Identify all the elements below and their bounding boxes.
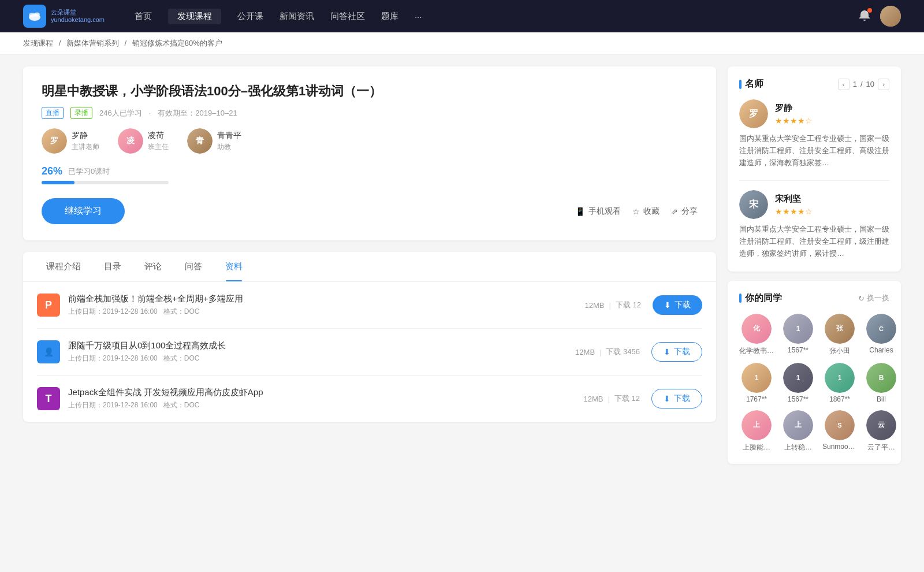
classmate-avatar-6: 1 — [825, 363, 855, 393]
progress-bar-bg — [42, 181, 169, 184]
classmate-name-10: Sunmoon… — [822, 443, 857, 451]
refresh-button[interactable]: ↻ 换一换 — [858, 293, 889, 303]
refresh-icon: ↻ — [858, 294, 865, 303]
classmate-avatar-8: 上 — [742, 410, 772, 440]
classmate-name-1: 1567** — [781, 346, 815, 354]
nav-item-quiz[interactable]: 题库 — [381, 9, 398, 24]
teacher-avatar-0: 罗 — [42, 128, 67, 154]
prev-page-button[interactable]: ‹ — [838, 79, 850, 90]
progress-bar-fill — [42, 181, 74, 184]
star-icon: ☆ — [632, 207, 640, 216]
nav-item-qa[interactable]: 问答社区 — [330, 9, 365, 24]
teachers-row: 罗 罗静 主讲老师 凌 凌荷 班主任 — [42, 128, 698, 154]
sidebar-teacher-avatar-1: 宋 — [739, 190, 768, 219]
classmate-item-11: 云 云了平… — [864, 410, 899, 452]
resource-name-1: 跟随千万级项目从0到100全过程高效成长 — [68, 340, 575, 351]
sidebar-teacher-name-0: 罗静 — [775, 103, 813, 114]
teacher-name-0: 罗静 — [72, 131, 99, 141]
teacher-avatar-2: 青 — [187, 128, 213, 154]
user-avatar-nav[interactable] — [880, 6, 901, 27]
breadcrumb-item-discover[interactable]: 发现课程 — [23, 39, 53, 47]
classmate-name-3: Charles — [864, 346, 899, 354]
teachers-sidebar-title: 名师 — [739, 78, 763, 90]
download-button-1[interactable]: ⬇ 下载 — [651, 342, 702, 362]
classmates-grid: 化 化学教书… 1 1567** 张 张小田 — [739, 314, 889, 452]
classmate-avatar-3: C — [866, 314, 896, 344]
tab-review[interactable]: 评论 — [135, 252, 171, 281]
classmate-item-9: 上 上转稳… — [781, 410, 815, 452]
valid-date: 有效期至：2019–10–21 — [158, 108, 237, 118]
resource-icon-0: P — [37, 294, 60, 317]
nav-item-more[interactable]: ··· — [415, 9, 422, 24]
classmate-item-8: 上 上脸能… — [739, 410, 774, 452]
teacher-role-0: 主讲老师 — [72, 142, 99, 152]
classmates-title: 你的同学 — [739, 292, 782, 304]
teacher-name-2: 青青平 — [217, 131, 241, 141]
classmate-item-10: S Sunmoon… — [822, 410, 857, 452]
classmate-avatar-9: 上 — [783, 410, 813, 440]
tabs-card: 课程介绍 目录 评论 问答 资料 P 前端全栈加强版！前端全栈+全周期+多端应用… — [23, 252, 716, 422]
classmate-avatar-2: 张 — [825, 314, 855, 344]
teacher-avatar-1: 凌 — [118, 128, 143, 154]
badge-rec: 录播 — [70, 107, 92, 119]
resource-icon-2: T — [37, 387, 60, 410]
classmate-avatar-10: S — [825, 410, 855, 440]
classmate-avatar-7: B — [866, 363, 896, 393]
progress-section: 26% 已学习0课时 — [42, 165, 698, 184]
classmate-item-7: B Bill — [864, 363, 899, 403]
tab-qa[interactable]: 问答 — [176, 252, 211, 281]
course-card: 明星中教授课，小学阶段语法100分–强化级第1讲动词（一） 直播 录播 246人… — [23, 66, 716, 240]
resource-stats-2: 12MB | 下载 12 — [584, 393, 640, 404]
breadcrumb-item-current: 销冠修炼术搞定80%的客户 — [132, 39, 222, 47]
sidebar-teacher-stars-0: ★★★★☆ — [775, 116, 813, 125]
nav-item-news[interactable]: 新闻资讯 — [280, 9, 314, 24]
share-button[interactable]: ⇗ 分享 — [671, 206, 698, 217]
navbar: 云朵课堂 yunduoketang.com 首页 发现课程 公开课 新闻资讯 问… — [0, 0, 924, 32]
teachers-sidebar-card: 名师 ‹ 1 / 10 › 罗 罗静 ★★★★☆ — [728, 66, 901, 272]
classmate-item-3: C Charles — [864, 314, 899, 356]
resource-item-2: T Jetpack全组件实战 开发短视频应用高仿皮皮虾App 上传日期：2019… — [37, 376, 702, 422]
continue-button[interactable]: 继续学习 — [42, 198, 125, 224]
resource-icon-1: 👤 — [37, 340, 60, 363]
teacher-item-2: 青 青青平 助教 — [187, 128, 241, 154]
logo[interactable]: 云朵课堂 yunduoketang.com — [23, 5, 105, 28]
classmate-name-9: 上转稳… — [781, 443, 815, 452]
collect-button[interactable]: ☆ 收藏 — [632, 206, 660, 217]
action-buttons: 📱 手机观看 ☆ 收藏 ⇗ 分享 — [575, 206, 698, 217]
resource-list: P 前端全栈加强版！前端全栈+全周期+多端应用 上传日期：2019-12-28 … — [23, 282, 716, 422]
nav-item-discover[interactable]: 发现课程 — [168, 9, 221, 24]
progress-pct: 26% — [42, 165, 62, 177]
download-icon: ⬇ — [664, 347, 670, 356]
download-icon: ⬇ — [664, 394, 670, 403]
breadcrumb-item-series[interactable]: 新媒体营销系列 — [66, 39, 119, 47]
nav-item-public[interactable]: 公开课 — [237, 9, 263, 24]
tab-resource[interactable]: 资料 — [216, 252, 252, 281]
page-current: 1 — [853, 80, 857, 88]
mobile-watch-button[interactable]: 📱 手机观看 — [575, 206, 621, 217]
main-content: 明星中教授课，小学阶段语法100分–强化级第1讲动词（一） 直播 录播 246人… — [23, 66, 716, 473]
page-body: 明星中教授课，小学阶段语法100分–强化级第1讲动词（一） 直播 录播 246人… — [0, 55, 924, 485]
bell-button[interactable] — [858, 9, 871, 24]
tab-intro[interactable]: 课程介绍 — [37, 252, 90, 281]
tab-catalog[interactable]: 目录 — [95, 252, 131, 281]
notification-dot — [867, 8, 872, 13]
download-button-0[interactable]: ⬇ 下载 — [653, 295, 702, 315]
classmate-item-5: 1 1567** — [781, 363, 815, 403]
resource-stats-0: 12MB | 下载 12 — [585, 300, 641, 310]
actions-row: 继续学习 📱 手机观看 ☆ 收藏 ⇗ 分享 — [42, 198, 698, 224]
nav-item-home[interactable]: 首页 — [135, 9, 152, 24]
classmate-name-0: 化学教书… — [739, 346, 774, 356]
teacher-item-1: 凌 凌荷 班主任 — [118, 128, 169, 154]
course-title: 明星中教授课，小学阶段语法100分–强化级第1讲动词（一） — [42, 83, 698, 100]
classmates-sidebar-card: 你的同学 ↻ 换一换 化 化学教书… 1 1567** — [728, 281, 901, 464]
classmate-item-4: 1 1767** — [739, 363, 774, 403]
teacher-role-2: 助教 — [217, 142, 241, 152]
classmate-item-1: 1 1567** — [781, 314, 815, 356]
resource-name-0: 前端全栈加强版！前端全栈+全周期+多端应用 — [68, 294, 585, 304]
mobile-icon: 📱 — [575, 207, 585, 216]
next-page-button[interactable]: › — [878, 79, 889, 90]
classmate-item-6: 1 1867** — [822, 363, 857, 403]
classmate-name-2: 张小田 — [822, 346, 857, 356]
download-button-2[interactable]: ⬇ 下载 — [651, 389, 702, 408]
breadcrumb: 发现课程 / 新媒体营销系列 / 销冠修炼术搞定80%的客户 — [0, 32, 924, 55]
